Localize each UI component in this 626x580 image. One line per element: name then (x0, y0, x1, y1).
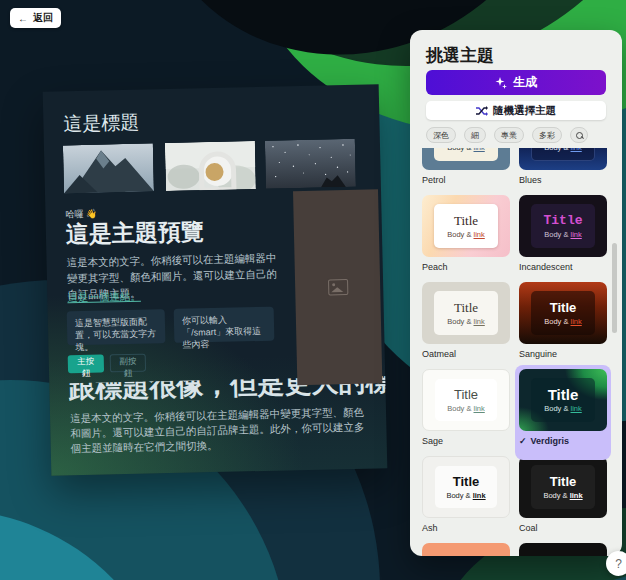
theme-label: Peach (422, 262, 510, 272)
theme-name: Incandescent (519, 262, 573, 272)
back-button[interactable]: ← 返回 (10, 8, 61, 28)
theme-label: Coal (519, 523, 607, 533)
theme-sample-body: Body & link (544, 230, 582, 239)
preview-smart-box-1: 這是智慧型版面配置，可以充當文字方塊。 (67, 309, 166, 345)
theme-sample-body: Body & link (447, 404, 485, 413)
help-button[interactable]: ? (606, 551, 626, 576)
theme-mini-preview: Title Body & link (531, 378, 595, 422)
theme-sample-body: Body & link (544, 317, 582, 326)
help-button-label: ? (615, 557, 622, 571)
image-placeholder-icon (328, 279, 348, 295)
theme-card-petrol[interactable]: Title Body & link Petrol (422, 148, 510, 195)
theme-card-oatmeal[interactable]: Title Body & link Oatmeal (422, 282, 510, 369)
theme-label: ✓ Verdigris (519, 436, 607, 446)
theme-sample-title: Title (550, 475, 577, 489)
generate-button-label: 生成 (513, 74, 537, 91)
theme-sample-link: link (474, 404, 485, 413)
search-icon (576, 132, 583, 139)
theme-label: Sage (422, 436, 510, 446)
screen: ← 返回 這是標題 (0, 0, 626, 580)
theme-swatch: Title Body & link (422, 148, 510, 170)
theme-sample-title: Title (543, 214, 582, 228)
theme-swatch: Title Body & link (422, 369, 510, 431)
theme-label: Blues (519, 175, 607, 185)
theme-sample-link: link (474, 148, 485, 152)
theme-mini-preview: Title Body & link (434, 148, 498, 161)
theme-card-sanguine[interactable]: Title Body & link Sanguine (519, 282, 607, 369)
theme-picker-panel: 挑選主題 生成 隨機選擇主題 深色 細 專業 多彩 (410, 30, 622, 556)
theme-swatch: Title Body & link (422, 456, 510, 518)
theme-sample-body: Body & link (544, 148, 582, 152)
preview-body-text-2: 這是本文的文字。你稍後可以在主題編輯器中變更其字型、顏色和圖片。還可以建立自己的… (70, 405, 371, 457)
sparkles-icon (495, 77, 507, 89)
filter-chip-colorful[interactable]: 多彩 (532, 127, 562, 143)
generate-button[interactable]: 生成 (426, 70, 606, 95)
theme-name: Peach (422, 262, 448, 272)
theme-mini-preview: Title Body & link (531, 291, 595, 335)
check-icon: ✓ (519, 436, 527, 446)
theme-label: Petrol (422, 175, 510, 185)
theme-card-salmon-partial[interactable] (422, 543, 510, 556)
theme-sample-body: Body & link (544, 404, 582, 413)
theme-swatch: Title Body & link (519, 456, 607, 518)
theme-swatch: Title Body & link (519, 195, 607, 257)
theme-card-sage[interactable]: Title Body & link Sage (422, 369, 510, 456)
preview-primary-button: 主按鈕 (68, 355, 104, 374)
theme-name: Sanguine (519, 349, 557, 359)
theme-sample-link: link (474, 317, 485, 326)
theme-swatch: Title Body & link (519, 148, 607, 170)
theme-name: Ash (422, 523, 438, 533)
theme-card-peach[interactable]: Title Body & link Peach (422, 195, 510, 282)
theme-sample-title: Title (454, 214, 478, 228)
theme-sample-title: Title (453, 475, 480, 489)
theme-sample-body: Body & link (447, 317, 485, 326)
theme-sample-title: Title (550, 301, 577, 315)
theme-name: Oatmeal (422, 349, 456, 359)
preview-secondary-button: 副按鈕 (110, 354, 146, 373)
theme-card-coal[interactable]: Title Body & link Coal (519, 456, 607, 543)
theme-card-ash[interactable]: Title Body & link Ash (422, 456, 510, 543)
theme-sample-title: Title (454, 388, 478, 402)
theme-name: Blues (519, 175, 542, 185)
preview-smart-box-2: 你可以輸入「/smart」來取得這些內容 (174, 307, 275, 343)
theme-card-incandescent[interactable]: Title Body & link Incandescent (519, 195, 607, 282)
preview-image-starry-sky (265, 139, 356, 189)
preview-gallery-title: 這是標題 (63, 110, 140, 138)
preview-image-mountain (63, 143, 154, 193)
back-button-label: 返回 (33, 11, 53, 25)
search-chip[interactable] (570, 127, 588, 143)
scrollbar-thumb[interactable] (612, 243, 617, 333)
theme-mini-preview: Title Body & link (531, 204, 595, 248)
filter-chip-professional[interactable]: 專業 (494, 127, 524, 143)
theme-grid-content: Title Body & link Petrol Title Body & li… (422, 148, 618, 556)
theme-label: Ash (422, 523, 510, 533)
theme-sample-link: link (473, 491, 486, 500)
shuffle-theme-button[interactable]: 隨機選擇主題 (426, 101, 606, 120)
filter-chip-dark[interactable]: 深色 (426, 127, 456, 143)
filter-chip-row: 深色 細 專業 多彩 (426, 127, 588, 143)
theme-mini-preview: Title Body & link (434, 291, 498, 335)
theme-sample-link: link (571, 148, 582, 152)
theme-sample-title: Title (548, 388, 579, 402)
theme-card-verdigris[interactable]: Title Body & link ✓ Verdigris (515, 365, 611, 460)
theme-swatch: Title Body & link (519, 282, 607, 344)
preview-image-loading-placeholder (293, 189, 382, 385)
filter-chip-thin[interactable]: 細 (464, 127, 486, 143)
theme-sample-body: Body & link (447, 230, 485, 239)
theme-swatch: Title Body & link (422, 195, 510, 257)
theme-preview-panel: 這是標題 哈囉 👋 這是主題預 (43, 84, 388, 476)
shuffle-button-label: 隨機選擇主題 (493, 104, 556, 118)
theme-sample-link: link (571, 404, 582, 413)
theme-mini-preview: Title Body & link (531, 148, 595, 161)
theme-label: Incandescent (519, 262, 607, 272)
shuffle-icon (476, 106, 488, 116)
theme-mini-preview: Title Body & link (435, 466, 497, 508)
theme-sample-body: Body & link (543, 491, 582, 500)
theme-name: Coal (519, 523, 538, 533)
theme-card-black-partial[interactable] (519, 543, 607, 556)
theme-name: Verdigris (531, 436, 570, 446)
theme-sample-link: link (474, 230, 485, 239)
theme-card-blues[interactable]: Title Body & link Blues (519, 148, 607, 195)
theme-sample-body: Body & link (447, 148, 485, 152)
theme-list-viewport[interactable]: Title Body & link Petrol Title Body & li… (410, 148, 618, 556)
